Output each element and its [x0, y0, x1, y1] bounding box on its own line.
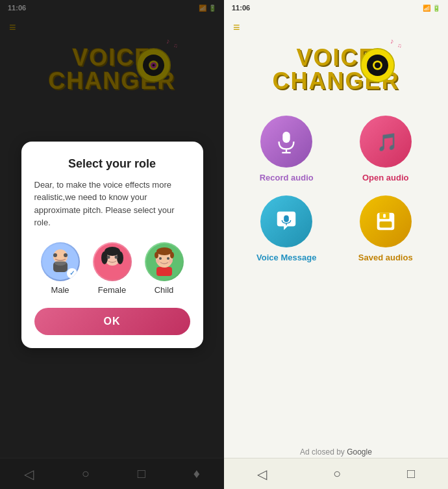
- open-label: Open audio: [362, 173, 409, 182]
- grid-saved[interactable]: Saved audios: [343, 195, 429, 262]
- svg-point-17: [114, 255, 118, 258]
- svg-point-24: [159, 257, 162, 260]
- record-label: Record audio: [260, 173, 314, 182]
- voice-message-icon-bg: [260, 195, 312, 247]
- status-bar-right: 11:06 📶 🔋: [224, 0, 448, 16]
- chat-mic-icon: [274, 209, 299, 234]
- logo-right: VOICE ♪ ♫ CHANGER: [272, 46, 399, 93]
- back-btn-right[interactable]: ◁: [257, 466, 267, 482]
- grid-open[interactable]: 🎵 Open audio: [343, 116, 429, 182]
- ok-button[interactable]: OK: [34, 308, 190, 335]
- female-label: Female: [98, 285, 126, 295]
- save-icon: [373, 209, 398, 234]
- svg-rect-41: [379, 221, 392, 228]
- grid-record[interactable]: Record audio: [243, 116, 330, 182]
- svg-rect-42: [383, 214, 386, 218]
- child-face-svg: [145, 242, 184, 281]
- dialog-overlay: Select your role Dear, to make the voice…: [0, 0, 224, 489]
- grid-voice-message[interactable]: Voice Message: [243, 195, 330, 262]
- svg-point-10: [55, 260, 66, 266]
- svg-point-23: [170, 252, 174, 258]
- open-icon-bg: 🎵: [360, 116, 412, 168]
- role-options: ✓ Male: [34, 242, 190, 295]
- male-label: Male: [51, 285, 69, 295]
- role-male[interactable]: ✓ Male: [41, 242, 80, 295]
- svg-point-9: [64, 253, 68, 257]
- svg-point-8: [53, 253, 57, 257]
- svg-point-27: [169, 259, 173, 263]
- phone-right: 11:06 📶 🔋 ≡ VOICE ♪ ♫ CHANGER: [224, 0, 448, 489]
- svg-text:🎵: 🎵: [377, 132, 398, 153]
- main-grid: Record audio 🎵 Open audio: [224, 103, 448, 275]
- saved-icon-bg: [360, 195, 412, 247]
- music-note-top-right: ♪: [390, 37, 394, 45]
- role-female[interactable]: Female: [93, 242, 132, 295]
- svg-point-25: [167, 257, 169, 260]
- svg-rect-19: [156, 267, 172, 276]
- svg-point-22: [155, 252, 158, 258]
- saved-label: Saved audios: [358, 253, 413, 262]
- svg-point-16: [106, 255, 110, 258]
- svg-point-26: [156, 259, 160, 263]
- home-btn-right[interactable]: ○: [333, 466, 341, 481]
- time-right: 11:06: [232, 4, 250, 12]
- svg-rect-33: [283, 132, 290, 143]
- svg-point-32: [376, 64, 379, 67]
- role-child[interactable]: Child: [145, 242, 184, 295]
- svg-point-21: [156, 247, 172, 255]
- app-header-right: VOICE ♪ ♫ CHANGER: [224, 40, 448, 96]
- svg-point-15: [117, 251, 123, 264]
- male-checkmark: ✓: [67, 268, 77, 279]
- recent-btn-right[interactable]: □: [407, 466, 415, 481]
- male-avatar: ✓: [41, 242, 80, 281]
- svg-rect-37: [284, 216, 289, 222]
- music-note2-right: ♫: [397, 42, 402, 49]
- bottom-nav-right: ◁ ○ □: [224, 458, 448, 489]
- role-dialog: Select your role Dear, to make the voice…: [21, 142, 203, 348]
- microphone-icon: [274, 129, 299, 154]
- google-text: Google: [347, 447, 372, 457]
- vinyl-icon-right: [360, 47, 395, 83]
- child-label: Child: [155, 285, 174, 295]
- child-avatar: [145, 242, 184, 281]
- ad-text: Ad closed by: [300, 447, 345, 457]
- record-icon-bg: [260, 116, 312, 168]
- status-icons-right: 📶 🔋: [423, 5, 440, 12]
- dialog-title: Select your role: [34, 157, 190, 171]
- music-note-icon: 🎵: [373, 129, 398, 154]
- phone-left: 11:06 📶 🔋 ≡ VOICE ♪ ♫: [0, 0, 224, 489]
- menu-button-right[interactable]: ≡: [224, 16, 448, 40]
- svg-point-14: [101, 251, 108, 264]
- female-face-svg: [93, 242, 132, 281]
- voice-message-label: Voice Message: [256, 253, 316, 262]
- dialog-body: Dear, to make the voice effects more rea…: [34, 179, 190, 229]
- female-avatar: [93, 242, 132, 281]
